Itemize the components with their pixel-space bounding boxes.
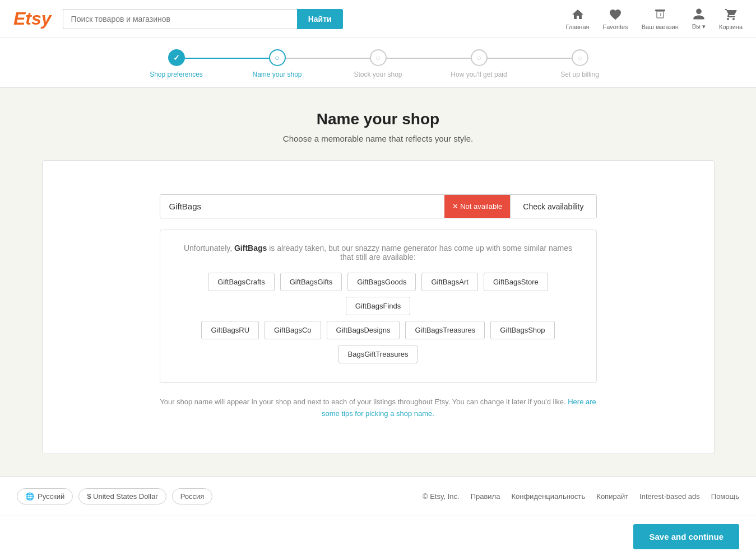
step-circle-3: ○	[370, 49, 387, 66]
region-label: Россия	[180, 492, 205, 501]
progress-container: ✓ Shop preferences ○ Name your shop ○ St…	[126, 49, 630, 78]
page-title: Name your shop	[11, 110, 745, 128]
chip-4[interactable]: GiftBagsStore	[484, 273, 548, 291]
step-label-2: Name your shop	[252, 71, 302, 78]
nav-home[interactable]: Главная	[566, 8, 590, 30]
step-label-4: How you'll get paid	[451, 71, 507, 78]
footer-note-text: Your shop name will appear in your shop …	[160, 398, 568, 406]
shop-name-card: ✕ Not available Check availability Unfor…	[42, 160, 715, 454]
chip-2[interactable]: GiftBagsGoods	[347, 273, 416, 291]
shop-name-row: ✕ Not available Check availability	[160, 194, 597, 218]
home-icon	[571, 8, 585, 21]
taken-name: GiftBags	[234, 244, 267, 253]
shop-name-input[interactable]	[160, 195, 444, 218]
footer-note: Your shop name will appear in your shop …	[160, 396, 597, 420]
copyright: © Etsy, Inc.	[423, 492, 460, 501]
name-chips: GiftBagsCrafts GiftBagsGifts GiftBagsGoo…	[177, 273, 579, 315]
footer-link-copyright[interactable]: Копирайт	[596, 492, 628, 501]
etsy-logo: Etsy	[13, 8, 52, 29]
currency-selector[interactable]: $ United States Dollar	[78, 488, 166, 504]
chip-6[interactable]: GiftBagsRU	[201, 321, 259, 339]
bottom-footer: 🌐 Русский $ United States Dollar Россия …	[0, 476, 756, 516]
language-label: Русский	[38, 492, 64, 501]
step-how-paid: ○ How you'll get paid	[429, 49, 530, 78]
shop-icon	[653, 8, 667, 21]
chip-0[interactable]: GiftBagsCrafts	[208, 273, 275, 291]
step-circle-1: ✓	[168, 49, 185, 66]
footer-link-help[interactable]: Помощь	[711, 492, 739, 501]
step-circle-2: ○	[269, 49, 286, 66]
chip-9[interactable]: GiftBagsTreasures	[405, 321, 485, 339]
chip-11[interactable]: BagsGiftTreasures	[338, 345, 418, 363]
suggestion-message: Unfortunately, GiftBags is already taken…	[177, 244, 579, 261]
step-shop-preferences: ✓ Shop preferences	[126, 49, 227, 78]
footer-link-ads[interactable]: Interest-based ads	[639, 492, 700, 501]
region-selector[interactable]: Россия	[172, 488, 213, 504]
nav-cart[interactable]: Корзина	[719, 8, 743, 30]
chip-8[interactable]: GiftBagsDesigns	[327, 321, 400, 339]
heart-icon	[609, 8, 622, 21]
search-button[interactable]: Найти	[297, 9, 343, 29]
check-availability-button[interactable]: Check availability	[510, 195, 596, 218]
footer-left: 🌐 Русский $ United States Dollar Россия	[17, 488, 212, 504]
save-continue-bar: Save and continue	[0, 516, 756, 556]
user-icon	[692, 7, 706, 21]
nav-icons: Главная Favorites Ваш магазин Вы ▾ Корзи…	[566, 7, 743, 30]
step-label-3: Stock your shop	[354, 71, 402, 78]
nav-home-label: Главная	[566, 24, 590, 30]
language-selector[interactable]: 🌐 Русский	[17, 488, 73, 504]
name-chips-row3: BagsGiftTreasures	[177, 345, 579, 363]
footer-link-rules[interactable]: Правила	[471, 492, 500, 501]
not-available-badge: ✕ Not available	[444, 195, 511, 218]
nav-account[interactable]: Вы ▾	[692, 7, 706, 30]
main-content: Name your shop Choose a memorable name t…	[0, 88, 756, 476]
chip-10[interactable]: GiftBagsShop	[490, 321, 554, 339]
nav-favorites-label: Favorites	[602, 24, 628, 30]
svg-rect-0	[655, 10, 665, 11]
nav-account-label: Вы ▾	[692, 23, 706, 30]
step-billing: ○ Set up billing	[530, 49, 630, 78]
save-continue-button[interactable]: Save and continue	[633, 524, 739, 549]
nav-cart-label: Корзина	[719, 24, 743, 30]
step-circle-4: ○	[471, 49, 488, 66]
step-name-shop: ○ Name your shop	[227, 49, 328, 78]
cart-icon	[724, 8, 738, 21]
header: Etsy Найти Главная Favorites Ваш магазин…	[0, 0, 756, 38]
nav-favorites[interactable]: Favorites	[602, 8, 628, 30]
name-chips-row2: GiftBagsRU GiftBagsCo GiftBagsDesigns Gi…	[177, 321, 579, 339]
step-circle-5: ○	[572, 49, 588, 66]
search-container: Найти	[63, 9, 343, 29]
chip-3[interactable]: GiftBagsArt	[421, 273, 477, 291]
suggestion-box: Unfortunately, GiftBags is already taken…	[160, 230, 597, 383]
search-input[interactable]	[63, 9, 297, 29]
footer-link-privacy[interactable]: Конфиденциальность	[511, 492, 585, 501]
nav-shop[interactable]: Ваш магазин	[642, 8, 679, 30]
step-stock-shop: ○ Stock your shop	[328, 49, 429, 78]
chip-7[interactable]: GiftBagsCo	[265, 321, 321, 339]
footer-right: © Etsy, Inc. Правила Конфиденциальность …	[423, 492, 739, 501]
chip-5[interactable]: GiftBagsFinds	[346, 297, 411, 315]
step-label-1: Shop preferences	[150, 71, 203, 78]
nav-shop-label: Ваш магазин	[642, 24, 679, 30]
globe-icon: 🌐	[25, 492, 34, 501]
step-label-5: Set up billing	[560, 71, 599, 78]
chip-1[interactable]: GiftBagsGifts	[280, 273, 342, 291]
currency-label: $ United States Dollar	[87, 492, 157, 501]
progress-section: ✓ Shop preferences ○ Name your shop ○ St…	[0, 38, 756, 88]
page-subtitle: Choose a memorable name that reflects yo…	[11, 134, 745, 143]
